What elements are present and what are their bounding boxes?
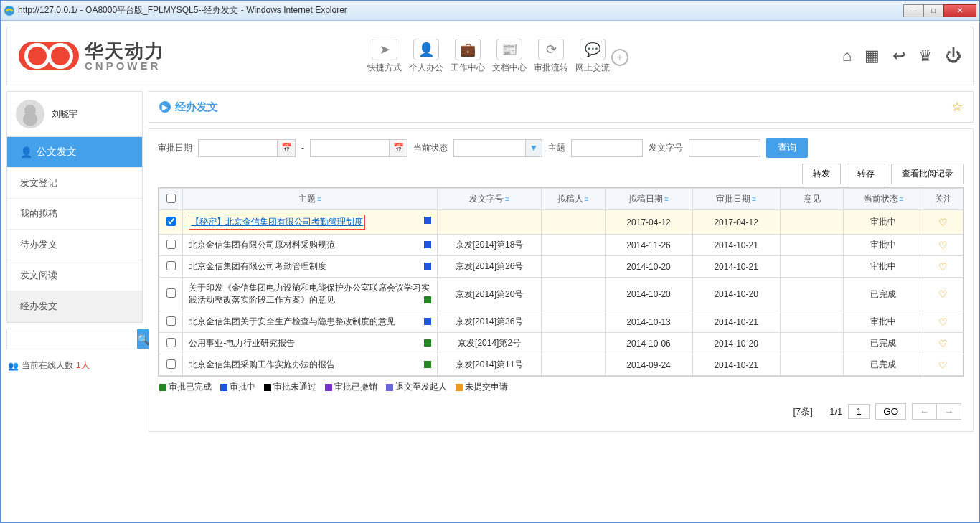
heart-icon[interactable]: ♡ bbox=[938, 359, 948, 371]
filter-date-to-input[interactable] bbox=[310, 139, 389, 157]
menu-item[interactable]: 经办发文 bbox=[7, 291, 142, 322]
table-header[interactable]: 审批日期≡ bbox=[692, 189, 780, 210]
topnav-item[interactable]: 👤个人办公 bbox=[407, 39, 445, 74]
filter-docnum-label: 发文字号 bbox=[649, 142, 683, 154]
viewlog-button[interactable]: 查看批阅记录 bbox=[891, 164, 964, 184]
heart-icon[interactable]: ♡ bbox=[938, 261, 948, 273]
topnav-item[interactable]: ⟳审批流转 bbox=[532, 39, 570, 74]
topnav-label: 网上交流 bbox=[574, 62, 611, 74]
documents-table: 主题≡发文字号≡拟稿人≡拟稿日期≡审批日期≡意见当前状态≡关注 【秘密】北京金信… bbox=[158, 187, 964, 377]
sort-icon: ≡ bbox=[752, 195, 756, 203]
cell-author bbox=[541, 235, 605, 256]
topbar-tools: ⌂ ▦ ↩ ♛ ⏻ bbox=[842, 47, 961, 65]
table-header[interactable]: 拟稿日期≡ bbox=[605, 189, 692, 210]
online-users: 👥 当前在线人数 1人 bbox=[6, 357, 143, 374]
filter-status-select[interactable] bbox=[453, 139, 525, 157]
topnav-icon: ⟳ bbox=[538, 39, 564, 60]
filter-subject-input[interactable] bbox=[571, 139, 643, 157]
page-prev-button[interactable]: ← bbox=[913, 404, 937, 419]
filter-date-from-input[interactable] bbox=[198, 139, 277, 157]
favorite-star-icon[interactable]: ☆ bbox=[951, 99, 963, 115]
cell-author bbox=[541, 278, 605, 311]
menu-item[interactable]: 我的拟稿 bbox=[7, 199, 142, 230]
row-checkbox[interactable] bbox=[166, 359, 176, 369]
filter-status-label: 当前状态 bbox=[413, 142, 448, 154]
cell-approve-date: 2014-10-21 bbox=[692, 256, 780, 278]
sidebar-search-input[interactable] bbox=[7, 329, 137, 349]
table-header[interactable]: 意见 bbox=[780, 189, 844, 210]
topnav-item[interactable]: ➤快捷方式 bbox=[366, 39, 403, 74]
query-button[interactable]: 查询 bbox=[766, 138, 808, 158]
table-header[interactable]: 主题≡ bbox=[183, 189, 438, 210]
cell-author bbox=[541, 311, 605, 333]
legend-color bbox=[220, 384, 227, 391]
window-minimize-button[interactable]: — bbox=[903, 4, 923, 17]
window-close-button[interactable]: ✕ bbox=[943, 4, 976, 17]
back-icon[interactable]: ↩ bbox=[892, 47, 905, 65]
logo: 华天动力 CNPOWER bbox=[19, 42, 165, 71]
menu-item[interactable]: 发文登记 bbox=[7, 168, 142, 199]
page-input[interactable] bbox=[848, 404, 870, 419]
legend-item: 审批中 bbox=[220, 381, 255, 393]
legend-color bbox=[325, 384, 332, 391]
heart-icon[interactable]: ♡ bbox=[938, 240, 948, 251]
topnav-item[interactable]: 💬网上交流 bbox=[574, 39, 611, 74]
cell-approve-date: 2014-10-21 bbox=[692, 235, 780, 256]
topnav-label: 文档中心 bbox=[491, 62, 528, 74]
cell-status: 已完成 bbox=[844, 354, 923, 376]
apps-icon[interactable]: ▦ bbox=[864, 47, 880, 65]
topnav-icon: 💬 bbox=[580, 39, 606, 60]
table-row: 北京金信集团采购工作实施办法的报告 京发[2014]第11号 2014-09-2… bbox=[159, 354, 963, 376]
row-checkbox[interactable] bbox=[166, 261, 176, 270]
topnav-icon: 💼 bbox=[455, 39, 481, 60]
row-checkbox[interactable] bbox=[166, 217, 176, 226]
cell-opinion bbox=[780, 235, 844, 256]
subject-link[interactable]: 【秘密】北京金信集团有限公司考勤管理制度 bbox=[191, 217, 363, 227]
heart-icon[interactable]: ♡ bbox=[938, 288, 948, 300]
forward-button[interactable]: 转发 bbox=[802, 164, 841, 184]
shirt-icon[interactable]: ♛ bbox=[918, 47, 933, 65]
page-go-button[interactable]: GO bbox=[875, 403, 906, 420]
row-checkbox[interactable] bbox=[166, 316, 176, 326]
topnav-item[interactable]: 📰文档中心 bbox=[491, 39, 528, 74]
topnav-add-button[interactable]: + bbox=[611, 49, 628, 66]
heart-icon[interactable]: ♡ bbox=[938, 217, 948, 228]
table-header[interactable]: 拟稿人≡ bbox=[541, 189, 605, 210]
power-icon[interactable]: ⏻ bbox=[946, 47, 961, 65]
cell-status: 已完成 bbox=[844, 333, 923, 354]
row-checkbox[interactable] bbox=[166, 338, 176, 347]
action-row: 转发 转存 查看批阅记录 bbox=[158, 161, 964, 187]
cell-docnum bbox=[438, 210, 541, 235]
logo-text-en: CNPOWER bbox=[85, 60, 165, 71]
chevron-down-icon[interactable]: ▼ bbox=[525, 139, 542, 157]
heart-icon[interactable]: ♡ bbox=[938, 338, 948, 349]
heart-icon[interactable]: ♡ bbox=[938, 316, 948, 328]
menu-header[interactable]: 👤公文发文 bbox=[7, 137, 142, 168]
menu-item[interactable]: 发文阅读 bbox=[7, 260, 142, 291]
table-header[interactable]: 发文字号≡ bbox=[438, 189, 541, 210]
window-maximize-button[interactable]: □ bbox=[923, 4, 943, 17]
select-all-checkbox[interactable] bbox=[166, 194, 176, 203]
row-checkbox[interactable] bbox=[166, 240, 176, 249]
calendar-icon[interactable]: 📅 bbox=[389, 139, 407, 157]
sidebar-search-button[interactable]: 🔍 bbox=[137, 329, 149, 349]
filter-docnum-input[interactable] bbox=[689, 139, 760, 157]
table-header[interactable]: 当前状态≡ bbox=[844, 189, 923, 210]
subject-text: 北京金信集团关于安全生产检查与隐患整改制度的意见 bbox=[189, 316, 395, 326]
chevron-right-icon: ▶ bbox=[159, 101, 171, 113]
sort-icon: ≡ bbox=[505, 195, 509, 203]
row-checkbox[interactable] bbox=[166, 288, 176, 298]
page-next-button[interactable]: → bbox=[937, 404, 961, 419]
savecopy-button[interactable]: 转存 bbox=[847, 164, 885, 184]
table-header[interactable]: 关注 bbox=[923, 189, 963, 210]
menu-item[interactable]: 待办发文 bbox=[7, 230, 142, 260]
pagination: [7条] 1/1 GO ← → bbox=[158, 397, 964, 425]
cell-draft-date: 2014-10-20 bbox=[605, 278, 692, 311]
table-row: 北京金信集团关于安全生产检查与隐患整改制度的意见 京发[2014]第36号 20… bbox=[159, 311, 963, 333]
cell-approve-date: 2014-10-21 bbox=[692, 311, 780, 333]
cell-opinion bbox=[780, 311, 844, 333]
home-icon[interactable]: ⌂ bbox=[842, 47, 852, 65]
calendar-icon[interactable]: 📅 bbox=[277, 139, 296, 157]
topnav-item[interactable]: 💼工作中心 bbox=[449, 39, 486, 74]
status-dot bbox=[424, 263, 431, 270]
